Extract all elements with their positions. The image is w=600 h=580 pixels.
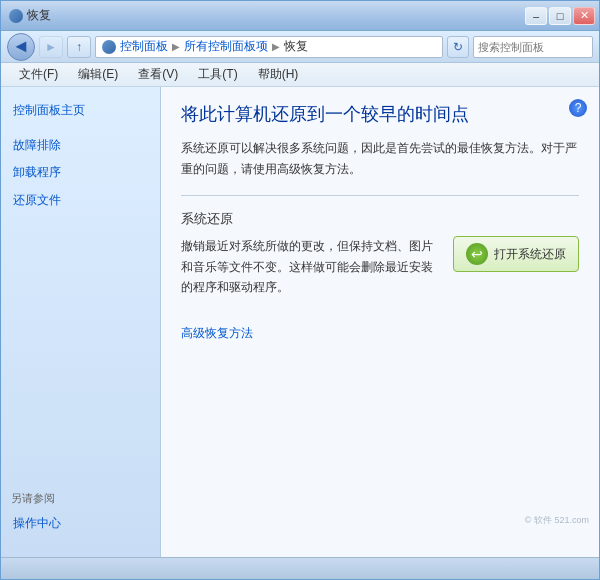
watermark: © 软件 521.com [525, 514, 589, 527]
address-bar: ◄ ► ↑ 控制面板 ▶ 所有控制面板项 ▶ 恢复 ↻ 🔍 [1, 31, 599, 63]
section-content: 撤销最近对系统所做的更改，但保持文档、图片和音乐等文件不变。这样做可能会删除最近… [181, 236, 579, 297]
breadcrumb-part1[interactable]: 控制面板 [120, 38, 168, 55]
menu-tools[interactable]: 工具(T) [188, 64, 247, 85]
menu-bar: 文件(F) 编辑(E) 查看(V) 工具(T) 帮助(H) [1, 63, 599, 87]
menu-view[interactable]: 查看(V) [128, 64, 188, 85]
window-icon [9, 9, 23, 23]
breadcrumb: 控制面板 ▶ 所有控制面板项 ▶ 恢复 [95, 36, 443, 58]
sidebar-bottom: 另请参阅 操作中心 [1, 491, 160, 547]
restore-icon: ↩ [466, 243, 488, 265]
sidebar-item-restore-files[interactable]: 还原文件 [11, 187, 150, 214]
sidebar-item-action-center[interactable]: 操作中心 [11, 510, 150, 537]
breadcrumb-sep1: ▶ [172, 41, 180, 52]
up-button[interactable]: ↑ [67, 36, 91, 58]
also-see-header: 另请参阅 [11, 491, 150, 506]
content-area: ? 将此计算机还原到一个较早的时间点 系统还原可以解决很多系统问题，因此是首先尝… [161, 87, 599, 557]
close-button[interactable]: ✕ [573, 7, 595, 25]
sidebar: 控制面板主页 故障排除 卸载程序 还原文件 另请参阅 操作中心 [1, 87, 161, 557]
back-button[interactable]: ◄ [7, 33, 35, 61]
title-buttons: – □ ✕ [525, 7, 595, 25]
breadcrumb-sep2: ▶ [272, 41, 280, 52]
forward-button[interactable]: ► [39, 36, 63, 58]
sidebar-item-home[interactable]: 控制面板主页 [11, 97, 150, 124]
help-icon[interactable]: ? [569, 99, 587, 117]
section-description: 撤销最近对系统所做的更改，但保持文档、图片和音乐等文件不变。这样做可能会删除最近… [181, 236, 437, 297]
breadcrumb-current: 恢复 [284, 38, 308, 55]
advanced-recovery-link[interactable]: 高级恢复方法 [181, 325, 253, 342]
search-box[interactable]: 🔍 [473, 36, 593, 58]
open-system-restore-button[interactable]: ↩ 打开系统还原 [453, 236, 579, 272]
sidebar-item-uninstall[interactable]: 卸载程序 [11, 159, 150, 186]
menu-file[interactable]: 文件(F) [9, 64, 68, 85]
refresh-button[interactable]: ↻ [447, 36, 469, 58]
page-title: 将此计算机还原到一个较早的时间点 [181, 103, 579, 126]
restore-btn-label: 打开系统还原 [494, 246, 566, 263]
sidebar-top: 控制面板主页 故障排除 卸载程序 还原文件 [1, 97, 160, 214]
status-bar [1, 557, 599, 579]
menu-edit[interactable]: 编辑(E) [68, 64, 128, 85]
sidebar-item-troubleshoot[interactable]: 故障排除 [11, 132, 150, 159]
maximize-button[interactable]: □ [549, 7, 571, 25]
minimize-button[interactable]: – [525, 7, 547, 25]
window: 恢复 – □ ✕ ◄ ► ↑ 控制面板 ▶ 所有控制面板项 ▶ 恢复 ↻ 🔍 文… [0, 0, 600, 580]
main-layout: 控制面板主页 故障排除 卸载程序 还原文件 另请参阅 操作中心 ? 将此计算机还… [1, 87, 599, 557]
section-title: 系统还原 [181, 210, 579, 228]
section-divider [181, 195, 579, 196]
breadcrumb-part2[interactable]: 所有控制面板项 [184, 38, 268, 55]
description-text: 系统还原可以解决很多系统问题，因此是首先尝试的最佳恢复方法。对于严重的问题，请使… [181, 138, 579, 179]
search-input[interactable] [478, 41, 600, 53]
menu-help[interactable]: 帮助(H) [248, 64, 309, 85]
title-bar: 恢复 – □ ✕ [1, 1, 599, 31]
window-title: 恢复 [27, 7, 51, 24]
breadcrumb-icon [102, 40, 116, 54]
title-bar-left: 恢复 [9, 7, 51, 24]
